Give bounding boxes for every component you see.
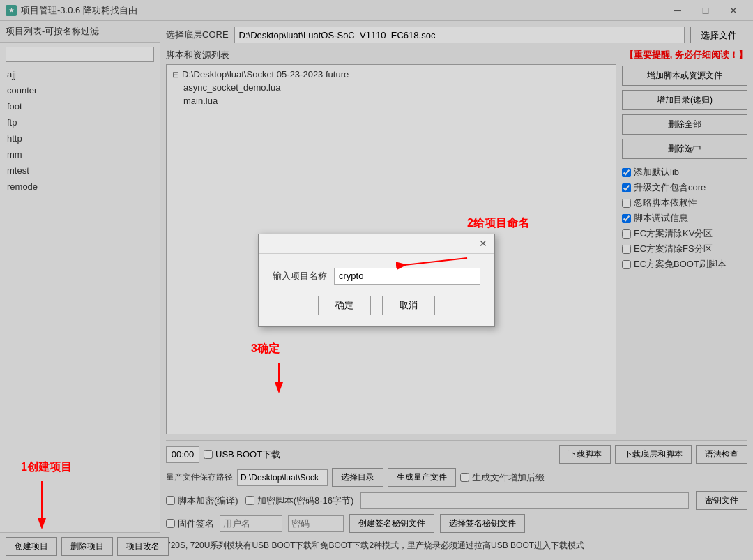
- modal-close-button[interactable]: ✕: [476, 236, 490, 250]
- modal-body: 输入项目名称 确定 取消: [259, 254, 494, 326]
- modal-cancel-button[interactable]: 取消: [382, 296, 435, 315]
- modal-dialog: ✕ 输入项目名称 确定 取消: [258, 234, 495, 327]
- modal-buttons: 确定 取消: [273, 296, 480, 315]
- modal-overlay: ✕ 输入项目名称 确定 取消: [0, 0, 753, 560]
- modal-confirm-button[interactable]: 确定: [318, 296, 371, 315]
- modal-titlebar: ✕: [259, 234, 494, 254]
- project-name-input[interactable]: [334, 268, 480, 285]
- modal-field-label: 输入项目名称: [273, 270, 327, 282]
- modal-field: 输入项目名称: [273, 268, 480, 285]
